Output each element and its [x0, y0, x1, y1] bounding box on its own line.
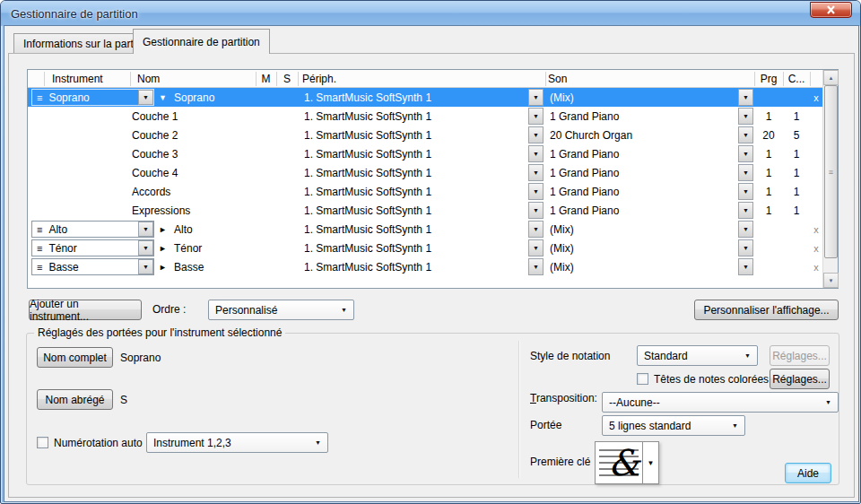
chevron-down-icon[interactable]: ▼ — [738, 202, 753, 219]
header-nom[interactable]: Nom — [137, 70, 160, 87]
chevron-down-icon[interactable]: ▼ — [138, 90, 153, 105]
row-son: 20 Church Organ — [550, 126, 632, 144]
row-prg: 1 — [754, 107, 783, 126]
vertical-scrollbar[interactable]: ▲ ≡ ▼ — [822, 70, 838, 288]
header-periph[interactable]: Périph. — [302, 70, 336, 87]
button-label: Réglages... — [772, 373, 827, 386]
chevron-down-icon[interactable]: ▼ — [643, 442, 658, 483]
close-icon — [826, 5, 836, 14]
table-row-couche4[interactable]: Couche 4 1. SmartMusic SoftSynth 1 ▼ 1 G… — [28, 163, 822, 182]
titlebar[interactable]: Gestionnaire de partition — [1, 1, 860, 26]
row-prg: 1 — [754, 182, 783, 201]
add-instrument-button[interactable]: Ajouter un instrument... — [29, 300, 142, 320]
chevron-down-icon[interactable]: ▼ — [738, 183, 753, 200]
header-son[interactable]: Son — [548, 70, 567, 87]
table-row-expressions[interactable]: Expressions 1. SmartMusic SoftSynth 1 ▼ … — [28, 201, 822, 220]
instrument-combobox[interactable]: ≡Alto ▼ — [31, 221, 154, 238]
header-solo[interactable]: S — [276, 70, 298, 87]
notation-style-label: Style de notation — [530, 346, 610, 366]
noteheads-settings-button[interactable]: Réglages... — [770, 369, 830, 389]
header-instrument[interactable]: Instrument — [52, 70, 103, 87]
header-chan[interactable]: C... — [783, 70, 810, 87]
order-combobox[interactable]: Personnalisé ▼ — [208, 300, 354, 320]
chevron-down-icon[interactable]: ▼ — [528, 108, 544, 125]
auto-numbering-label: Numérotation auto — [54, 433, 143, 453]
chevron-down-icon[interactable]: ▼ — [738, 108, 753, 125]
table-row-alto[interactable]: ≡Alto ▼ ► Alto 1. SmartMusic SoftSynth 1… — [28, 220, 822, 239]
close-button[interactable] — [810, 2, 852, 18]
table-row-tenor[interactable]: ≡Ténor ▼ ► Ténor 1. SmartMusic SoftSynth… — [28, 239, 822, 257]
table-row-couche2[interactable]: Couche 2 1. SmartMusic SoftSynth 1 ▼ 20 … — [28, 126, 822, 144]
chevron-down-icon[interactable]: ▼ — [738, 221, 753, 238]
transposition-combobox[interactable]: --Aucune-- ▼ — [602, 392, 839, 413]
row-son: 1 Grand Piano — [550, 201, 619, 220]
first-clef-label: Première clé — [530, 452, 590, 472]
abbreviated-name-button[interactable]: Nom abrégé — [37, 389, 113, 410]
chevron-down-icon[interactable]: ▼ — [738, 126, 753, 143]
chevron-down-icon[interactable]: ▼ — [138, 240, 153, 256]
row-periph: 1. SmartMusic SoftSynth 1 — [304, 107, 431, 126]
row-nom: Couche 4 — [132, 163, 178, 182]
chevron-down-icon[interactable]: ▼ — [138, 222, 153, 237]
chevron-down-icon[interactable]: ▼ — [738, 239, 753, 256]
chevron-down-icon[interactable]: ▼ — [738, 164, 753, 181]
table-row-basse[interactable]: ≡Basse ▼ ► Basse 1. SmartMusic SoftSynth… — [28, 257, 822, 276]
collapse-icon[interactable]: ▼ — [159, 88, 167, 107]
chevron-down-icon[interactable]: ▼ — [528, 221, 544, 238]
table-row-accords[interactable]: Accords 1. SmartMusic SoftSynth 1 ▼ 1 Gr… — [28, 182, 822, 201]
auto-numbering-checkbox[interactable] — [37, 437, 48, 448]
chevron-down-icon[interactable]: ▼ — [138, 259, 153, 274]
instrument-combobox[interactable]: ≡Ténor ▼ — [31, 239, 154, 256]
chevron-down-icon[interactable]: ▼ — [738, 145, 753, 162]
colored-noteheads-checkbox[interactable] — [637, 373, 648, 385]
instrument-combobox[interactable]: ≡Soprano ▼ — [31, 89, 154, 106]
chevron-down-icon: ▼ — [825, 399, 831, 405]
help-button[interactable]: Aide — [785, 463, 831, 483]
auto-numbering-combobox[interactable]: Instrument 1,2,3 ▼ — [146, 432, 328, 453]
header-prg[interactable]: Prg — [754, 70, 783, 87]
chevron-down-icon[interactable]: ▼ — [528, 239, 544, 256]
chevron-down-icon[interactable]: ▼ — [528, 202, 544, 219]
group-divider — [518, 341, 519, 478]
staff-settings-group: Réglagés des portées pour l'instrument s… — [26, 333, 839, 485]
table-row-couche3[interactable]: Couche 3 1. SmartMusic SoftSynth 1 ▼ 1 G… — [28, 144, 822, 163]
row-son: 1 Grand Piano — [550, 107, 619, 126]
header-mute[interactable]: M — [256, 70, 276, 87]
chevron-down-icon[interactable]: ▼ — [528, 164, 544, 181]
first-clef-button[interactable]: & ▼ — [595, 441, 659, 484]
chevron-down-icon[interactable]: ▼ — [528, 183, 544, 200]
order-label: Ordre : — [152, 300, 186, 319]
chevron-down-icon[interactable]: ▼ — [738, 258, 753, 275]
customize-display-button[interactable]: Personnaliser l'affichage... — [694, 300, 839, 320]
row-prg: 20 — [754, 126, 783, 144]
table-row-soprano[interactable]: ≡Soprano ▼ ▼ Soprano 1. SmartMusic SoftS… — [28, 88, 822, 107]
chevron-down-icon[interactable]: ▼ — [528, 145, 544, 162]
button-label: Aide — [797, 467, 819, 480]
expand-icon[interactable]: ► — [159, 220, 167, 239]
group-title: Réglagés des portées pour l'instrument s… — [34, 326, 285, 339]
table-row-couche1[interactable]: Couche 1 1. SmartMusic SoftSynth 1 ▼ 1 G… — [28, 107, 822, 126]
expand-icon[interactable]: ► — [159, 239, 167, 257]
scroll-down-icon[interactable]: ▼ — [823, 273, 839, 288]
combo-value: Standard — [644, 350, 688, 362]
chevron-down-icon[interactable]: ▼ — [528, 89, 544, 106]
expand-icon[interactable]: ► — [159, 257, 167, 276]
chevron-down-icon[interactable]: ▼ — [738, 89, 753, 106]
remove-icon[interactable]: x — [810, 257, 822, 276]
remove-icon[interactable]: x — [810, 239, 822, 257]
notation-style-combobox[interactable]: Standard ▼ — [637, 345, 758, 366]
chevron-down-icon[interactable]: ▼ — [528, 126, 544, 143]
staff-type-combobox[interactable]: 5 lignes standard ▼ — [602, 415, 745, 436]
button-label: Personnaliser l'affichage... — [703, 304, 829, 317]
scrollbar-thumb[interactable]: ≡ — [824, 85, 838, 258]
row-prg: 1 — [754, 201, 783, 220]
scroll-up-icon[interactable]: ▲ — [823, 70, 839, 85]
remove-icon[interactable]: x — [810, 220, 822, 239]
full-name-button[interactable]: Nom complet — [37, 347, 113, 368]
remove-icon[interactable]: x — [810, 88, 822, 107]
instrument-combobox[interactable]: ≡Basse ▼ — [31, 258, 154, 275]
table-header: Instrument Nom M S Périph. Son Prg C... — [28, 70, 822, 88]
row-periph: 1. SmartMusic SoftSynth 1 — [304, 220, 431, 239]
tab-gestionnaire-partition[interactable]: Gestionnaire de partition — [133, 29, 270, 54]
chevron-down-icon[interactable]: ▼ — [528, 258, 544, 275]
